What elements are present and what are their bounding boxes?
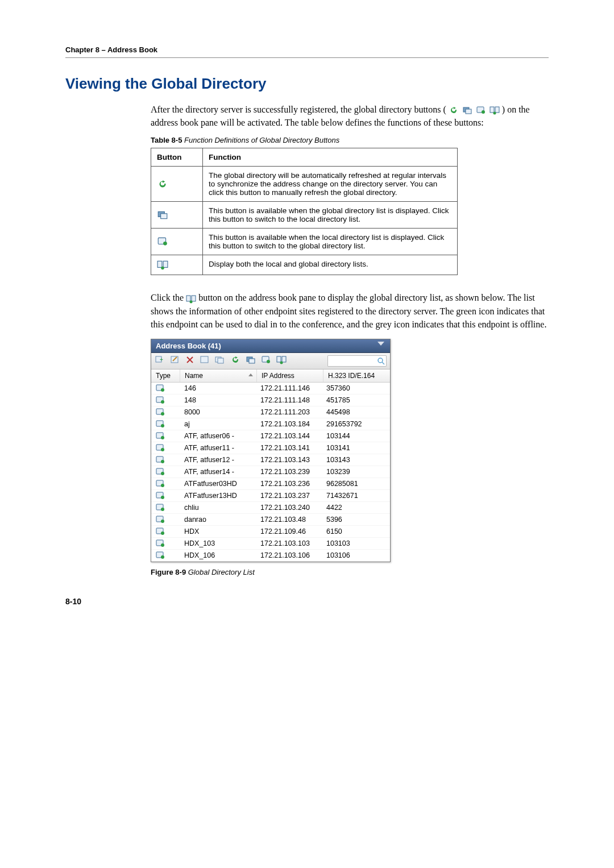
svg-point-57 bbox=[161, 531, 164, 535]
para2-a: Click the bbox=[151, 293, 186, 302]
endpoint-online-icon bbox=[151, 466, 180, 477]
row-h323: 103141 bbox=[322, 442, 390, 454]
def-row-0-icon bbox=[151, 167, 203, 202]
row-ip: 172.21.103.240 bbox=[256, 502, 322, 513]
paragraph-2: Click the button on the address book pan… bbox=[151, 291, 549, 331]
svg-point-43 bbox=[161, 448, 164, 451]
global-list-icon-toolbar[interactable] bbox=[261, 355, 271, 366]
svg-rect-4 bbox=[490, 107, 494, 113]
svg-rect-14 bbox=[186, 296, 190, 301]
local-list-icon bbox=[462, 106, 472, 115]
row-name: danrao bbox=[180, 514, 256, 525]
table-row[interactable]: danrao172.21.103.485396 bbox=[151, 514, 390, 526]
para1-a: After the directory server is successful… bbox=[151, 105, 446, 114]
address-book-toolbar: + bbox=[151, 353, 390, 369]
table-row[interactable]: ATFatfuser13HD172.21.103.23771432671 bbox=[151, 490, 390, 502]
table-caption: Table 8-5 Function Definitions of Global… bbox=[151, 136, 549, 144]
svg-rect-20 bbox=[201, 356, 208, 363]
col-name[interactable]: Name bbox=[180, 369, 257, 382]
svg-point-55 bbox=[161, 520, 164, 523]
table-row[interactable]: ATF, atfuser14 -172.21.103.239103239 bbox=[151, 466, 390, 478]
add-contact-icon[interactable]: + bbox=[155, 355, 165, 366]
row-ip: 172.21.111.203 bbox=[256, 406, 322, 418]
global-list-switch-icon bbox=[476, 106, 486, 115]
svg-point-6 bbox=[493, 112, 496, 115]
table-row[interactable]: 148172.21.111.148451785 bbox=[151, 394, 390, 406]
row-name: 146 bbox=[180, 383, 256, 394]
table-row[interactable]: ATF, atfuser12 -172.21.103.143103143 bbox=[151, 454, 390, 466]
card-icon[interactable] bbox=[200, 355, 210, 366]
table-row[interactable]: ATF, atfuser11 -172.21.103.141103141 bbox=[151, 442, 390, 454]
figure-caption-rest: Global Directory List bbox=[186, 568, 255, 576]
paragraph-1: After the directory server is successful… bbox=[151, 103, 549, 129]
svg-point-35 bbox=[161, 400, 164, 404]
table-row[interactable]: aj172.21.103.184291653792 bbox=[151, 418, 390, 430]
table-row[interactable]: HDX_106172.21.103.106103106 bbox=[151, 550, 390, 562]
svg-rect-27 bbox=[277, 356, 281, 362]
row-name: ATFatfuser13HD bbox=[180, 490, 256, 501]
row-h323: 357360 bbox=[322, 383, 390, 394]
row-h323: 5396 bbox=[322, 514, 390, 525]
both-lists-icon-toolbar[interactable] bbox=[276, 355, 287, 366]
row-h323: 96285081 bbox=[322, 478, 390, 489]
row-ip: 172.21.109.46 bbox=[256, 526, 322, 537]
endpoint-online-icon bbox=[151, 394, 180, 406]
row-name: HDX_103 bbox=[180, 538, 256, 549]
address-book-title[interactable]: Address Book (41) bbox=[151, 339, 390, 353]
refresh-icon bbox=[449, 106, 459, 115]
card-group-icon[interactable] bbox=[215, 355, 225, 366]
endpoint-online-icon bbox=[151, 526, 180, 537]
row-ip: 172.21.111.146 bbox=[256, 383, 322, 394]
svg-point-33 bbox=[161, 388, 164, 392]
search-icon bbox=[377, 357, 385, 365]
address-book-panel: Address Book (41) + Type Name IP Address… bbox=[151, 339, 391, 562]
edit-contact-icon[interactable] bbox=[170, 355, 180, 366]
endpoint-online-icon bbox=[151, 538, 180, 549]
svg-point-59 bbox=[161, 543, 164, 547]
col-h323[interactable]: H.323 ID/E.164 bbox=[323, 369, 390, 382]
svg-rect-5 bbox=[495, 107, 499, 113]
row-ip: 172.21.103.141 bbox=[256, 442, 322, 454]
row-h323: 103106 bbox=[322, 550, 390, 561]
def-row-1-icon bbox=[151, 202, 203, 229]
table-row[interactable]: chliu172.21.103.2404422 bbox=[151, 502, 390, 514]
inline-buttons bbox=[449, 106, 500, 115]
table-row[interactable]: HDX172.21.109.466150 bbox=[151, 526, 390, 538]
col-type[interactable]: Type bbox=[151, 369, 180, 382]
endpoint-online-icon bbox=[151, 454, 180, 466]
page-number: 8-10 bbox=[65, 597, 549, 606]
def-row-1-text: This button is available when the global… bbox=[203, 202, 458, 229]
local-list-icon-toolbar[interactable] bbox=[246, 355, 256, 366]
table-row[interactable]: ATF, atfuser06 -172.21.103.144103144 bbox=[151, 430, 390, 442]
table-row[interactable]: 8000172.21.111.203445498 bbox=[151, 406, 390, 418]
svg-point-10 bbox=[163, 242, 167, 246]
svg-rect-1 bbox=[466, 109, 471, 114]
endpoint-online-icon bbox=[151, 514, 180, 525]
address-book-columns: Type Name IP Address H.323 ID/E.164 bbox=[151, 369, 390, 383]
row-ip: 172.21.103.144 bbox=[256, 430, 322, 442]
table-row[interactable]: 146172.21.111.146357360 bbox=[151, 383, 390, 394]
table-row[interactable]: ATFatfuser03HD172.21.103.23696285081 bbox=[151, 478, 390, 490]
endpoint-online-icon bbox=[151, 478, 180, 489]
row-ip: 172.21.103.143 bbox=[256, 454, 322, 466]
svg-rect-15 bbox=[192, 296, 196, 301]
row-name: aj bbox=[180, 418, 256, 430]
table-row[interactable]: HDX_103172.21.103.103103103 bbox=[151, 538, 390, 550]
col-ip[interactable]: IP Address bbox=[257, 369, 323, 382]
address-book-rows: 146172.21.111.146357360148172.21.111.148… bbox=[151, 383, 390, 562]
row-ip: 172.21.103.237 bbox=[256, 490, 322, 501]
row-h323: 6150 bbox=[322, 526, 390, 537]
row-h323: 103239 bbox=[322, 466, 390, 477]
refresh-icon-toolbar[interactable] bbox=[230, 355, 240, 366]
svg-point-53 bbox=[161, 508, 164, 511]
col-name-label: Name bbox=[185, 372, 203, 380]
both-lists-icon bbox=[489, 106, 500, 115]
delete-icon[interactable] bbox=[185, 355, 194, 366]
svg-point-16 bbox=[190, 300, 193, 303]
search-input[interactable] bbox=[327, 355, 387, 367]
row-name: ATF, atfuser14 - bbox=[180, 466, 256, 477]
divider bbox=[65, 57, 549, 58]
figure-caption: Figure 8-9 Global Directory List bbox=[151, 568, 549, 576]
row-ip: 172.21.103.103 bbox=[256, 538, 322, 549]
row-ip: 172.21.103.239 bbox=[256, 466, 322, 477]
